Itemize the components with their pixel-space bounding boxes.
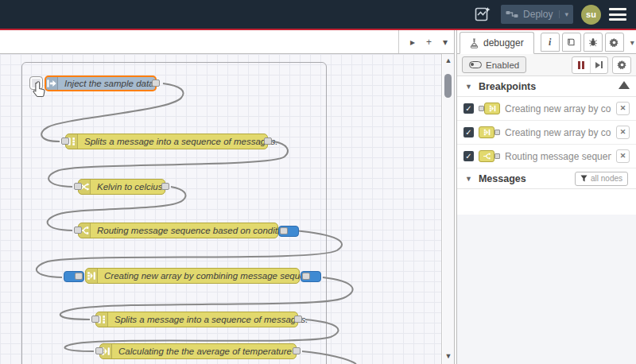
input-port[interactable] <box>91 316 99 323</box>
flow-tab-strip: ▸ + ▾ <box>0 30 454 54</box>
header-bar: Deploy ▾ su <box>0 0 636 29</box>
breakpoint-marker-output[interactable] <box>278 226 299 237</box>
node-label: Splits a message into a sequence of mess… <box>78 137 286 146</box>
join-node-badge <box>479 126 500 138</box>
output-port[interactable] <box>302 273 310 280</box>
input-port[interactable] <box>95 347 103 354</box>
chevron-down-icon: ▼ <box>465 83 472 91</box>
node-label: Calculating the the average of temperatu… <box>112 347 300 356</box>
output-port-icon <box>494 153 500 159</box>
breakpoint-label: Routing message sequence based on condit… <box>505 151 611 162</box>
node-label: Inject the sample data <box>58 79 162 88</box>
tab-help[interactable] <box>562 33 581 52</box>
messages-section-header[interactable]: ▼ Messages all nodes <box>457 168 636 189</box>
flow-list-caret-icon[interactable]: ▾ <box>443 37 448 48</box>
breakpoints-section-header[interactable]: ▼ Breakpoints <box>457 76 636 97</box>
input-port[interactable] <box>61 137 69 145</box>
gear-icon <box>617 60 627 70</box>
node-label: Routing message sequence based on condit… <box>91 226 297 235</box>
node-inject[interactable]: Inject the sample data <box>45 76 157 91</box>
debugger-enabled-toggle[interactable]: Enabled <box>462 56 526 73</box>
sidebar-mini-tabs: i <box>541 33 624 53</box>
sidebar-scroll-up-icon[interactable] <box>619 81 630 89</box>
node-split-1[interactable]: Splits a message into a sequence of mess… <box>65 134 268 149</box>
tab-scroll-right-icon[interactable]: ▸ <box>410 37 415 48</box>
input-port[interactable] <box>75 273 83 280</box>
remove-breakpoint-button[interactable]: ✕ <box>616 149 630 163</box>
inject-trigger-button[interactable] <box>29 76 43 90</box>
sidebar: debugger i <box>457 30 636 364</box>
pause-button[interactable] <box>572 57 590 73</box>
output-port[interactable] <box>264 137 272 145</box>
gear-icon <box>609 37 619 48</box>
node-change[interactable]: Kelvin to celcius <box>78 179 165 195</box>
chevron-down-icon: ▼ <box>465 175 472 183</box>
inject-icon <box>46 77 58 90</box>
funnel-icon <box>580 175 588 182</box>
output-port[interactable] <box>293 347 301 354</box>
breakpoint-checkbox[interactable]: ✓ <box>463 151 474 161</box>
debugger-toolbar: Enabled <box>457 54 636 76</box>
toggle-icon <box>469 61 482 68</box>
join-icon <box>488 104 497 113</box>
messages-empty-area <box>457 215 636 364</box>
tab-debug-messages[interactable] <box>584 33 603 52</box>
scrollbar-thumb[interactable] <box>444 74 452 98</box>
assistant-icon[interactable] <box>472 4 493 25</box>
add-flow-button[interactable]: + <box>426 37 432 48</box>
breakpoint-marker-output[interactable] <box>301 271 321 282</box>
output-port-icon <box>494 130 500 135</box>
output-port[interactable] <box>294 316 302 323</box>
tab-config-nodes[interactable] <box>605 33 624 52</box>
remove-breakpoint-button[interactable]: ✕ <box>616 102 630 115</box>
node-join-1[interactable]: Creating new array by combining message … <box>85 268 300 284</box>
enabled-label: Enabled <box>486 60 519 70</box>
breakpoint-checkbox[interactable]: ✓ <box>463 127 474 137</box>
filter-label: all nodes <box>591 174 622 183</box>
scroll-down-icon[interactable]: ▼ <box>443 351 454 361</box>
step-button[interactable] <box>590 57 607 73</box>
node-label: Creating new array by combining message … <box>98 271 328 281</box>
sidebar-tab-list-caret-icon[interactable]: ▾ <box>630 38 634 47</box>
deploy-caret-icon[interactable]: ▾ <box>559 10 568 18</box>
messages-title: Messages <box>479 173 526 184</box>
switch-node-badge <box>479 150 500 162</box>
pause-icon <box>578 61 584 69</box>
node-switch[interactable]: Routing message sequence based on condit… <box>78 223 278 238</box>
join-node-badge <box>479 103 500 114</box>
breakpoint-checkbox[interactable]: ✓ <box>463 103 474 114</box>
tab-info[interactable]: i <box>541 33 560 52</box>
output-port[interactable] <box>152 79 160 87</box>
input-port-icon <box>479 106 484 111</box>
join-icon <box>483 128 491 137</box>
deploy-label: Deploy <box>523 9 553 20</box>
tab-debugger[interactable]: debugger <box>460 32 534 54</box>
breakpoint-row: ✓ Creating new array by combining messag… <box>457 121 636 145</box>
breakpoint-row: ✓ Creating new array by combining messag… <box>457 97 636 121</box>
output-port[interactable] <box>161 183 169 190</box>
node-join-2[interactable]: Calculating the the average of temperatu… <box>99 343 297 359</box>
scroll-up-icon[interactable]: ▲ <box>443 56 454 65</box>
breakpoint-label: Creating new array by combining message … <box>505 103 611 114</box>
deploy-button[interactable]: Deploy ▾ <box>501 5 573 24</box>
input-port[interactable] <box>74 183 82 190</box>
user-avatar[interactable]: su <box>581 5 601 25</box>
flow-canvas[interactable]: Inject the sample data Splits a message … <box>0 54 442 364</box>
breakpoint-label: Creating new array by combining message … <box>505 127 611 138</box>
node-split-2[interactable]: Splits a message into a sequence of mess… <box>95 312 298 327</box>
node-red-editor: Deploy ▾ su ▸ + ▾ <box>0 0 636 364</box>
messages-filter-button[interactable]: all nodes <box>575 172 628 186</box>
main-menu-icon[interactable] <box>609 8 626 21</box>
breakpoint-marker-input[interactable] <box>64 271 84 282</box>
debugger-settings-button[interactable] <box>612 56 631 74</box>
breakpoints-title: Breakpoints <box>479 81 536 92</box>
canvas-scrollbar[interactable]: ▲ ▼ <box>443 54 454 364</box>
node-label: Kelvin to celcius <box>91 182 170 192</box>
switch-icon <box>483 152 491 161</box>
node-label: Splits a message into a sequence of mess… <box>108 315 316 324</box>
join-icon <box>86 269 98 283</box>
input-port[interactable] <box>74 227 82 234</box>
sidebar-tab-bar: debugger i <box>457 30 636 54</box>
output-port[interactable] <box>280 227 288 234</box>
remove-breakpoint-button[interactable]: ✕ <box>616 126 630 139</box>
